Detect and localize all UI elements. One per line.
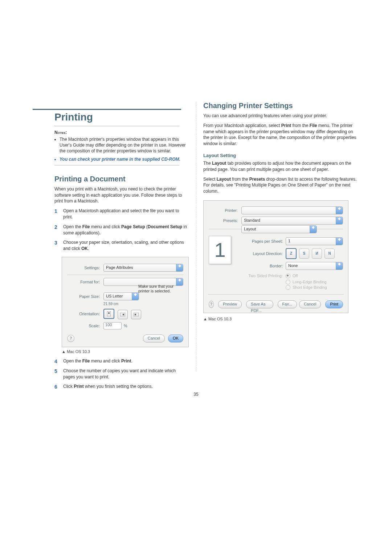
page-title: Printing xyxy=(33,111,189,123)
figure-caption: Mac OS 10.3 xyxy=(62,349,189,354)
step-item: Open a Macintosh application and select … xyxy=(54,208,189,220)
chevron-updown-icon xyxy=(336,238,343,245)
layout-direction-2-button[interactable]: S xyxy=(299,249,309,259)
body-text: You can use advanced printing features w… xyxy=(203,113,359,119)
radio-short-edge[interactable] xyxy=(286,285,290,290)
svg-rect-3 xyxy=(123,314,124,315)
step-item: Click Print when you finish setting the … xyxy=(54,383,189,390)
body-text: Select Layout from the Presets drop-down… xyxy=(203,176,359,194)
orientation-reverse-landscape-button[interactable] xyxy=(131,310,141,319)
border-label: Border: xyxy=(236,264,286,268)
layout-direction-3-button[interactable]: И xyxy=(312,249,322,259)
section-select[interactable]: Layout xyxy=(241,225,317,233)
layout-direction-1-button[interactable]: Z xyxy=(286,248,297,259)
layout-direction-4-button[interactable]: N xyxy=(324,249,335,259)
paper-size-sub: 21.59 cm xyxy=(103,302,183,306)
radio-off[interactable] xyxy=(286,274,290,278)
ok-button[interactable]: OK xyxy=(168,335,183,342)
reverse-landscape-icon xyxy=(134,313,139,316)
save-as-pdf-button[interactable]: Save As PDF... xyxy=(246,300,273,308)
step-item: Choose the number of copies you want and… xyxy=(54,368,189,380)
orientation-landscape-button[interactable] xyxy=(118,310,128,319)
paper-size-select[interactable]: US Letter xyxy=(103,292,139,300)
two-sided-label: Two Sided Printing: xyxy=(236,274,286,278)
callout-text: Make sure that your printer is selected. xyxy=(138,284,185,294)
steps-list: Open a Macintosh application and select … xyxy=(54,208,189,252)
presets-label: Presets: xyxy=(209,218,241,223)
svg-rect-1 xyxy=(108,312,110,314)
step-item: Choose your paper size, orientation, sca… xyxy=(54,239,189,252)
radio-long-edge[interactable] xyxy=(286,280,290,284)
chevron-updown-icon xyxy=(132,293,139,300)
orientation-portrait-button[interactable] xyxy=(103,309,114,319)
step-item: Open the File menu and click Page Setup … xyxy=(54,224,189,236)
cancel-button[interactable]: Cancel xyxy=(299,300,321,308)
step-item: Open the File menu and click Print. xyxy=(54,358,189,364)
presets-select[interactable]: Standard xyxy=(241,217,343,225)
note-item-highlight: You can check your printer name in the s… xyxy=(60,156,189,162)
page-setup-dialog: Settings: Page Attributes Format for: Ma… xyxy=(62,257,189,347)
printer-label: Printer: xyxy=(209,208,241,213)
printer-select[interactable] xyxy=(241,206,343,214)
layout-direction-label: Layout Direction: xyxy=(236,251,286,256)
paper-size-label: Paper Size: xyxy=(67,294,103,299)
scale-input[interactable]: 100 xyxy=(103,322,122,329)
layout-preview: 1 xyxy=(209,236,231,264)
pages-per-sheet-label: Pages per Sheet: xyxy=(236,239,286,243)
format-for-label: Format for: xyxy=(67,280,103,284)
section-heading: Changing Printer Settings xyxy=(203,102,359,110)
print-button[interactable]: Print xyxy=(325,300,343,308)
chevron-updown-icon xyxy=(336,262,343,270)
help-button[interactable]: ? xyxy=(67,335,74,342)
scale-unit: % xyxy=(124,324,127,328)
body-text: The Layout tab provides options to adjus… xyxy=(203,160,359,173)
page-number: 35 xyxy=(0,392,392,397)
chevron-updown-icon xyxy=(310,226,317,233)
preview-button[interactable]: Preview xyxy=(218,300,242,308)
chevron-updown-icon xyxy=(336,217,343,224)
chevron-updown-icon xyxy=(176,264,183,271)
fax-button[interactable]: Fax... xyxy=(278,300,297,308)
svg-rect-5 xyxy=(135,314,136,315)
body-text: From your Macintosh application, select … xyxy=(203,123,359,147)
orientation-label: Orientation: xyxy=(67,312,103,316)
help-button[interactable]: ? xyxy=(209,301,214,308)
body-text: When you print with a Macintosh, you nee… xyxy=(54,186,189,204)
settings-select[interactable]: Page Attributes xyxy=(103,264,183,272)
note-item: The Macintosh printer's properties windo… xyxy=(60,136,189,154)
landscape-icon xyxy=(120,313,125,316)
portrait-icon xyxy=(107,311,111,316)
print-layout-dialog: Printer: Presets: Standard Layout 1 xyxy=(203,200,348,313)
chevron-updown-icon xyxy=(336,207,343,214)
figure-caption: Mac OS 10.3 xyxy=(203,317,359,321)
scale-label: Scale: xyxy=(67,324,103,328)
subsection-heading: Layout Setting xyxy=(203,153,359,158)
border-select[interactable]: None xyxy=(286,262,343,270)
cancel-button[interactable]: Cancel xyxy=(143,335,165,342)
section-heading: Printing a Document xyxy=(54,175,189,183)
notes-heading: Notes: xyxy=(33,130,189,135)
settings-label: Settings: xyxy=(67,266,103,270)
pages-per-sheet-select[interactable]: 1 xyxy=(286,237,343,245)
